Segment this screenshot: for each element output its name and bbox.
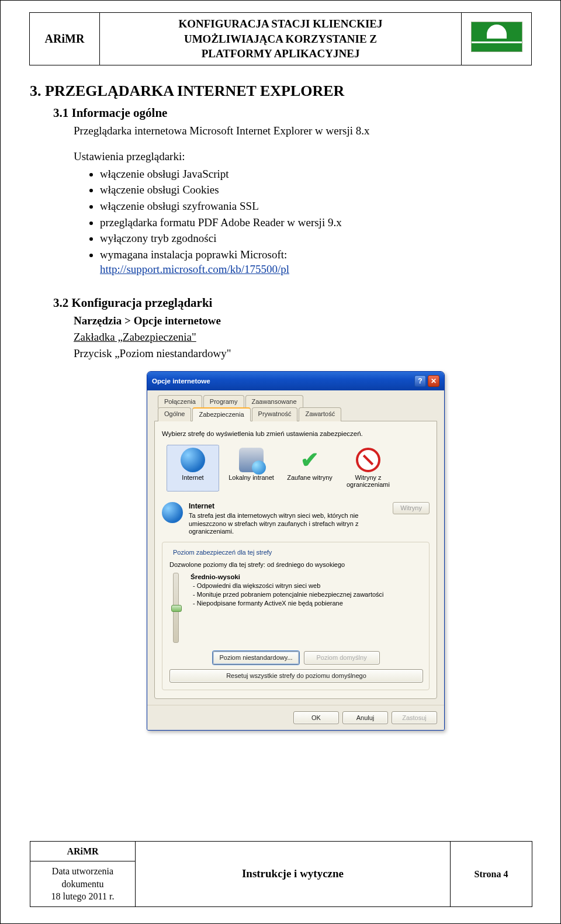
button-desc: Przycisk „Poziom niestandardowy" bbox=[74, 346, 531, 361]
tab-programs[interactable]: Programy bbox=[203, 395, 244, 408]
intranet-icon bbox=[239, 448, 264, 472]
zone-trusted[interactable]: Zaufane witryny bbox=[283, 445, 336, 492]
header-org: ARiMR bbox=[30, 13, 100, 65]
ms-support-link[interactable]: http://support.microsoft.com/kb/175500/p… bbox=[100, 263, 289, 275]
list-item: wymagana instalacja poprawki Microsoft: … bbox=[100, 247, 531, 277]
settings-list: włączenie obsługi JavaScript włączenie o… bbox=[100, 167, 531, 277]
globe-icon bbox=[181, 448, 205, 472]
apply-button[interactable]: Zastosuj bbox=[392, 711, 437, 725]
arimr-logo-icon: ARiMR bbox=[471, 22, 522, 52]
list-item: wyłączony tryb zgodności bbox=[100, 231, 531, 246]
footer-org: ARiMR bbox=[30, 841, 136, 861]
default-level-button[interactable]: Poziom domyślny bbox=[304, 651, 380, 665]
level-description: Średnio-wysoki - Odpowiedni dla większoś… bbox=[191, 573, 384, 643]
cancel-button[interactable]: Anuluj bbox=[342, 711, 388, 725]
zone-intranet[interactable]: Lokalny intranet bbox=[225, 445, 278, 492]
zone-prompt: Wybierz strefę do wyświetlenia lub zmień… bbox=[162, 430, 430, 439]
tab-privacy[interactable]: Prywatność bbox=[252, 407, 298, 421]
close-icon[interactable]: ✕ bbox=[428, 375, 439, 387]
heading-section-3: 3. PRZEGLĄDARKA INTERNET EXPLORER bbox=[30, 81, 531, 101]
page-footer: ARiMR Instrukcje i wytyczne Strona 4 Dat… bbox=[30, 841, 532, 907]
reset-all-zones-button[interactable]: Resetuj wszystkie strefy do poziomu domy… bbox=[169, 669, 423, 683]
zone-desc: Ta strefa jest dla internetowych witryn … bbox=[189, 512, 358, 535]
zone-list: Internet Lokalny intranet Zaufane witryn… bbox=[167, 445, 430, 492]
ok-button[interactable]: OK bbox=[293, 711, 339, 725]
list-item: przeglądarka formatu PDF Adobe Reader w … bbox=[100, 215, 531, 230]
level-slider[interactable] bbox=[169, 573, 182, 643]
globe-icon bbox=[162, 502, 183, 523]
tab-content[interactable]: Zawartość bbox=[299, 407, 341, 421]
level-fieldset: Poziom zabezpieczeń dla tej strefy Dozwo… bbox=[162, 542, 430, 690]
zone-detail: Internet Ta strefa jest dla internetowyc… bbox=[162, 502, 430, 536]
level-legend: Poziom zabezpieczeń dla tej strefy bbox=[171, 548, 274, 557]
heading-section-3-1: 3.1 Informacje ogólne bbox=[53, 105, 531, 121]
level-allowed: Dozwolone poziomy dla tej strefy: od śre… bbox=[169, 560, 423, 569]
dialog-titlebar: Opcje internetowe ? ✕ bbox=[147, 372, 444, 390]
tab-desc: Zakładka „Zabezpieczenia" bbox=[74, 330, 531, 345]
zone-restricted[interactable]: Witryny z ograniczeniami bbox=[342, 445, 394, 492]
zone-name: Internet bbox=[189, 502, 387, 511]
nav-path: Narzędzia > Opcje internetowe bbox=[74, 313, 531, 328]
tab-general[interactable]: Ogólne bbox=[158, 407, 191, 421]
security-panel: Wybierz strefę do wyświetlenia lub zmień… bbox=[154, 421, 437, 698]
tab-advanced[interactable]: Zaawansowane bbox=[245, 395, 303, 408]
settings-label: Ustawienia przeglądarki: bbox=[74, 149, 531, 164]
header-title: KONFIGURACJA STACJI KLIENCKIEJ UMOŻLIWIA… bbox=[100, 13, 462, 65]
header-logo-cell: ARiMR bbox=[462, 13, 532, 65]
custom-level-button[interactable]: Poziom niestandardowy... bbox=[213, 651, 299, 665]
footer-date: Data utworzenia dokumentu 18 lutego 2011… bbox=[30, 861, 136, 907]
tab-security[interactable]: Zabezpieczenia bbox=[192, 407, 250, 421]
restricted-icon bbox=[356, 448, 380, 472]
list-item: włączenie obsługi JavaScript bbox=[100, 167, 531, 182]
list-item: włączenie obsługi Cookies bbox=[100, 182, 531, 198]
help-icon[interactable]: ? bbox=[414, 375, 426, 387]
sites-button[interactable]: Witryny bbox=[393, 502, 430, 514]
checkmark-icon bbox=[297, 448, 322, 472]
zone-internet[interactable]: Internet bbox=[167, 445, 219, 492]
footer-page: Strona 4 bbox=[451, 841, 532, 906]
footer-center: Instrukcje i wytyczne bbox=[136, 841, 451, 906]
page-header: ARiMR KONFIGURACJA STACJI KLIENCKIEJ UMO… bbox=[29, 12, 532, 65]
internet-options-dialog: Opcje internetowe ? ✕ Połączenia Program… bbox=[147, 371, 445, 731]
intro-text: Przeglądarka internetowa Microsoft Inter… bbox=[74, 123, 531, 139]
tab-connections[interactable]: Połączenia bbox=[158, 395, 202, 408]
list-item: włączenie obsługi szyfrowania SSL bbox=[100, 199, 531, 214]
heading-section-3-2: 3.2 Konfiguracja przeglądarki bbox=[53, 295, 531, 311]
dialog-title: Opcje internetowe bbox=[152, 377, 210, 386]
